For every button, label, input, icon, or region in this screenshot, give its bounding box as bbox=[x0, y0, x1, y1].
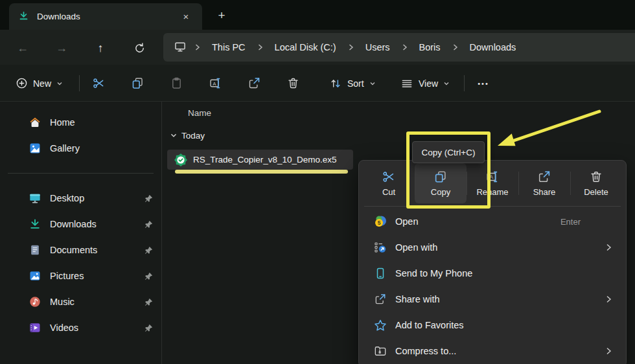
delete-button[interactable] bbox=[280, 72, 306, 95]
sidebar-item-music[interactable]: Music bbox=[0, 289, 161, 315]
share-button[interactable] bbox=[241, 72, 267, 95]
forward-button[interactable]: → bbox=[53, 40, 70, 56]
breadcrumb-local-disk-c[interactable]: Local Disk (C:) bbox=[268, 40, 343, 55]
shortcut-enter: Enter bbox=[560, 217, 581, 227]
ex5-file-icon bbox=[174, 154, 187, 166]
pin-icon[interactable] bbox=[144, 323, 154, 333]
more-options-button[interactable]: ••• bbox=[470, 72, 496, 95]
navigation-bar: ← → ↑ This PC Local Disk (C:) bbox=[0, 30, 635, 65]
sidebar-item-label: Pictures bbox=[50, 271, 135, 281]
cut-button[interactable] bbox=[86, 72, 111, 95]
sidebar-item-desktop[interactable]: Desktop bbox=[0, 185, 161, 211]
share-icon bbox=[248, 76, 261, 90]
sidebar-item-pictures[interactable]: Pictures bbox=[0, 263, 161, 289]
breadcrumb-users[interactable]: Users bbox=[359, 40, 397, 55]
pin-icon[interactable] bbox=[144, 271, 154, 281]
sidebar-item-gallery[interactable]: Gallery bbox=[0, 135, 161, 161]
file-row-selected[interactable]: RS_Trade_Copier_v8_10_Demo.ex5 bbox=[167, 150, 353, 170]
pictures-icon bbox=[29, 269, 41, 282]
paste-icon bbox=[170, 76, 183, 90]
context-quick-actions: Cut Copy A Rename bbox=[359, 161, 626, 206]
trash-icon bbox=[589, 170, 603, 184]
context-share-button[interactable]: Share bbox=[518, 163, 570, 203]
breadcrumb-chevron[interactable] bbox=[256, 43, 264, 51]
new-button[interactable]: New bbox=[9, 72, 69, 95]
menu-item-share-with[interactable]: Share with bbox=[359, 286, 626, 312]
sidebar-divider bbox=[8, 173, 154, 174]
star-icon bbox=[373, 319, 387, 332]
menu-item-open-with[interactable]: Open with bbox=[359, 234, 626, 260]
context-menu: Cut Copy A Rename bbox=[358, 160, 627, 364]
sidebar-item-label: Downloads bbox=[50, 219, 135, 229]
svg-text:5: 5 bbox=[378, 220, 381, 226]
view-button[interactable]: View bbox=[394, 72, 456, 95]
share-icon bbox=[373, 293, 387, 306]
toolbar-divider bbox=[79, 75, 80, 91]
desktop-icon bbox=[29, 192, 41, 205]
annotation-highlight-box bbox=[406, 131, 491, 209]
sort-button[interactable]: Sort bbox=[323, 72, 382, 95]
new-tab-button[interactable]: + bbox=[213, 6, 231, 25]
menu-item-compress-to[interactable]: Compress to... bbox=[359, 338, 626, 364]
sort-icon bbox=[329, 77, 342, 90]
phone-icon bbox=[373, 267, 387, 280]
pin-icon[interactable] bbox=[144, 220, 154, 229]
address-breadcrumb-bar[interactable]: This PC Local Disk (C:) Users Boris Down… bbox=[163, 33, 635, 62]
chevron-down-icon bbox=[170, 131, 178, 139]
documents-icon bbox=[29, 244, 41, 256]
breadcrumb-this-pc[interactable]: This PC bbox=[205, 40, 252, 55]
pin-icon[interactable] bbox=[144, 194, 154, 203]
menu-item-open[interactable]: 5 Open Enter bbox=[359, 209, 626, 234]
sidebar-item-home[interactable]: Home bbox=[0, 109, 161, 135]
command-toolbar: New A bbox=[0, 65, 635, 102]
breadcrumb-chevron[interactable] bbox=[451, 43, 459, 51]
explorer-tab-downloads[interactable]: Downloads × bbox=[9, 3, 202, 30]
downloads-icon bbox=[29, 218, 41, 231]
ellipsis-icon: ••• bbox=[478, 80, 489, 87]
sidebar-item-videos[interactable]: Videos bbox=[0, 315, 161, 341]
gallery-icon bbox=[29, 142, 41, 155]
sidebar-item-documents[interactable]: Documents bbox=[0, 237, 161, 263]
file-explorer-window: Downloads × + ← → ↑ This PC bbox=[0, 0, 635, 364]
pin-icon[interactable] bbox=[144, 245, 154, 255]
refresh-button[interactable] bbox=[131, 40, 148, 56]
title-bar: Downloads × + bbox=[0, 0, 635, 30]
zip-folder-icon bbox=[373, 345, 387, 358]
breadcrumb-boris[interactable]: Boris bbox=[413, 40, 447, 55]
new-button-label: New bbox=[33, 78, 51, 89]
trash-icon bbox=[286, 76, 300, 90]
this-pc-icon bbox=[174, 40, 187, 55]
copy-icon bbox=[131, 76, 144, 90]
up-button[interactable]: ↑ bbox=[92, 40, 109, 56]
pin-icon[interactable] bbox=[144, 297, 154, 307]
annotation-arrow bbox=[492, 105, 606, 155]
sidebar-item-label: Documents bbox=[50, 245, 135, 255]
share-icon bbox=[537, 170, 551, 184]
view-button-label: View bbox=[419, 78, 438, 89]
rename-button[interactable]: A bbox=[202, 72, 228, 95]
breadcrumb-chevron[interactable] bbox=[400, 43, 409, 51]
menu-item-add-to-favorites[interactable]: Add to Favorites bbox=[359, 312, 626, 338]
sidebar-item-downloads[interactable]: Downloads bbox=[0, 211, 161, 237]
tab-close-button[interactable]: × bbox=[178, 8, 194, 25]
back-button[interactable]: ← bbox=[14, 40, 31, 56]
download-tab-icon bbox=[18, 10, 29, 23]
paste-button[interactable] bbox=[163, 72, 189, 95]
toolbar-divider bbox=[464, 75, 465, 91]
tab-title: Downloads bbox=[37, 12, 178, 21]
sidebar-item-label: Gallery bbox=[50, 143, 154, 154]
file-name: RS_Trade_Copier_v8_10_Demo.ex5 bbox=[193, 155, 337, 165]
context-delete-button[interactable]: Delete bbox=[570, 163, 622, 203]
submenu-chevron-icon bbox=[606, 347, 612, 356]
annotation-underline bbox=[175, 170, 348, 174]
submenu-chevron-icon bbox=[606, 295, 612, 304]
mql5-app-icon: 5 bbox=[373, 215, 387, 228]
breadcrumb-chevron[interactable] bbox=[347, 43, 355, 51]
cut-icon bbox=[382, 170, 396, 184]
copy-button[interactable] bbox=[124, 72, 150, 95]
breadcrumb-downloads[interactable]: Downloads bbox=[463, 40, 523, 55]
chevron-down-icon bbox=[443, 80, 450, 87]
svg-text:A: A bbox=[213, 81, 216, 87]
breadcrumb-chevron[interactable] bbox=[193, 43, 202, 51]
menu-item-send-to-my-phone[interactable]: Send to My Phone bbox=[359, 260, 626, 286]
